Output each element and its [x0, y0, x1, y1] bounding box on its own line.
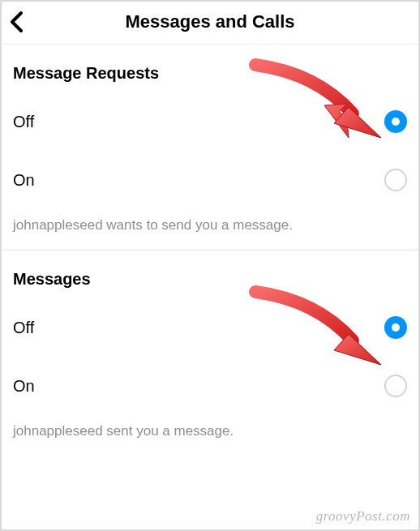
option-label: On	[13, 171, 35, 190]
option-off[interactable]: Off	[13, 92, 407, 151]
header: Messages and Calls	[0, 0, 420, 45]
radio-selected-icon	[384, 316, 407, 339]
option-label: Off	[13, 319, 34, 337]
back-button[interactable]	[8, 11, 26, 33]
radio-unselected-icon	[384, 169, 407, 191]
option-on[interactable]: On	[13, 357, 407, 415]
radio-unselected-icon	[384, 375, 407, 397]
option-off[interactable]: Off	[13, 298, 407, 357]
section-message-requests: Message Requests Off On johnappleseed wa…	[0, 45, 420, 250]
option-on[interactable]: On	[13, 151, 407, 209]
chevron-left-icon	[8, 11, 26, 33]
section-caption: johnappleseed sent you a message.	[13, 415, 407, 456]
page-title: Messages and Calls	[10, 11, 410, 32]
radio-selected-icon	[384, 110, 407, 133]
section-heading: Messages	[13, 251, 407, 298]
section-messages: Messages Off On johnappleseed sent you a…	[0, 251, 420, 456]
watermark: groovyPost.com	[316, 508, 410, 525]
option-label: Off	[13, 113, 34, 131]
option-label: On	[13, 377, 35, 396]
section-caption: johnappleseed wants to send you a messag…	[13, 209, 407, 250]
section-heading: Message Requests	[13, 45, 407, 92]
